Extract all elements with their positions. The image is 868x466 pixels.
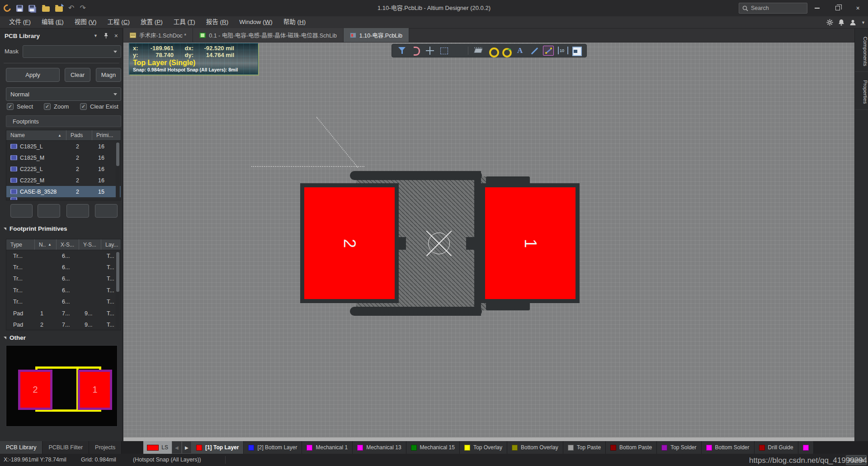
footprint-preview[interactable]: 2 1	[6, 345, 118, 427]
document-tab[interactable]: 1.10-电容.PcbLib	[344, 28, 409, 42]
primitive-row[interactable]: Tr...6...T...	[6, 250, 121, 262]
footprint-row-partial[interactable]	[6, 197, 121, 200]
layer-tab-top-solder[interactable]: Top Solder	[657, 441, 701, 454]
checkbox-clear-exist[interactable]: ✓Clear Exist	[80, 103, 118, 110]
apply-button[interactable]: Apply	[6, 68, 60, 82]
layer-tab-bottom-paste[interactable]: Bottom Paste	[606, 441, 657, 454]
panel-tab-projects[interactable]: Projects	[89, 441, 122, 454]
layer-tab-top-overlay[interactable]: Top Overlay	[460, 441, 507, 454]
close-button[interactable]: ×	[848, 0, 868, 16]
layer-tab-mechanical-1[interactable]: Mechanical 1	[302, 441, 353, 454]
open-folder-icon[interactable]	[42, 6, 50, 12]
layer-tab--2-bottom-layer[interactable]: [2] Bottom Layer	[244, 441, 302, 454]
search-input[interactable]: Search	[739, 3, 807, 14]
footprint-row[interactable]: C2225_M216	[6, 175, 121, 186]
gear-icon[interactable]	[826, 19, 833, 26]
column-header-pads[interactable]: Pads	[66, 130, 92, 140]
crosshair-icon[interactable]	[425, 46, 435, 56]
menu-item-v[interactable]: 视图 (V)	[69, 16, 102, 29]
panel-tab-pcb-library[interactable]: PCB Library	[0, 441, 42, 454]
filter-icon[interactable]	[396, 46, 407, 56]
mode-combo[interactable]: Normal	[6, 87, 121, 101]
redo-icon[interactable]: ↷	[80, 5, 85, 12]
edit-button[interactable]	[95, 204, 118, 218]
layer-tab-swatch[interactable]	[798, 441, 814, 454]
menu-item-f[interactable]: 文件 (F)	[4, 16, 36, 29]
footprint-row[interactable]: C1825_L216	[6, 141, 121, 152]
menu-item-r[interactable]: 报告 (R)	[201, 16, 234, 29]
chip-icon[interactable]	[473, 46, 484, 56]
undo-icon[interactable]: ↶	[68, 5, 74, 12]
pad-2[interactable]: 2	[300, 183, 399, 303]
footprint-row[interactable]: C1825_M216	[6, 152, 121, 163]
mask-combo[interactable]	[23, 45, 121, 58]
minimize-button[interactable]	[807, 0, 827, 16]
pin-icon[interactable]	[104, 33, 108, 39]
panel-tab-components[interactable]: Components	[855, 31, 868, 72]
selection-icon[interactable]	[439, 46, 449, 56]
column-header-n[interactable]: N..▲	[34, 239, 56, 250]
clear-button[interactable]: Clear	[65, 68, 90, 82]
footprints-section-header[interactable]: Footprints	[6, 115, 121, 127]
pcb-editor-canvas[interactable]: 2 1 x:-189.961 dx:-92.520 mil y:78.740 d…	[123, 43, 854, 441]
footprints-scrollbar[interactable]	[116, 142, 120, 200]
bar-chart-icon[interactable]	[453, 46, 463, 56]
checkbox-box[interactable]: ✓	[44, 103, 51, 110]
other-section-header[interactable]: Other	[4, 334, 26, 341]
save-all-icon[interactable]	[28, 5, 35, 12]
checkbox-box[interactable]: ✓	[80, 103, 87, 110]
pad-1[interactable]: 1	[481, 183, 580, 303]
fill-region-icon[interactable]	[571, 46, 582, 56]
column-header-type[interactable]: Type	[6, 239, 34, 250]
menu-item-c[interactable]: 工程 (C)	[102, 16, 136, 29]
place-button[interactable]	[10, 204, 33, 218]
menu-item-p[interactable]: 放置 (P)	[135, 16, 168, 29]
layer-tab-mechanical-13[interactable]: Mechanical 13	[353, 441, 406, 454]
layer-tab-bottom-solder[interactable]: Bottom Solder	[702, 441, 755, 454]
scrollbar-thumb[interactable]	[116, 252, 119, 292]
panel-tab-properties[interactable]: Properties	[855, 75, 868, 109]
primitives-scrollbar[interactable]	[116, 251, 120, 329]
line-icon[interactable]	[529, 46, 540, 56]
column-header-primi[interactable]: Primi...	[92, 130, 121, 140]
add-button[interactable]	[38, 204, 60, 218]
scrollbar-thumb[interactable]	[116, 143, 119, 166]
delete-button[interactable]	[66, 204, 89, 218]
bell-icon[interactable]	[838, 19, 844, 26]
primitive-row[interactable]: Tr...6...T...	[6, 262, 121, 273]
scroll-layers-right-icon[interactable]: ▶	[182, 441, 192, 454]
via-icon[interactable]	[501, 46, 512, 56]
menu-item-e[interactable]: 编辑 (E)	[36, 16, 69, 29]
primitive-row[interactable]: Pad27...9...T...	[6, 319, 121, 330]
column-header-name[interactable]: Name▲	[6, 130, 66, 140]
primitive-row[interactable]: Tr...6...T...	[6, 285, 121, 296]
save-icon[interactable]	[16, 5, 23, 12]
footprint-row[interactable]: C2225_L216	[6, 163, 121, 175]
user-menu-caret-icon[interactable]: ▼	[861, 20, 865, 25]
primitive-row[interactable]: Tr...6...T...	[6, 296, 121, 308]
magnet-icon[interactable]	[410, 46, 421, 56]
checkbox-zoom[interactable]: ✓Zoom	[44, 103, 69, 110]
dimension-icon[interactable]	[557, 46, 568, 56]
footprint-row[interactable]: CASE-B_3528215	[6, 186, 121, 197]
open-document-icon[interactable]	[55, 6, 63, 12]
panel-close-icon[interactable]: ×	[114, 32, 118, 39]
layer-tab-drill-guide[interactable]: Drill Guide	[755, 441, 798, 454]
menu-item-t[interactable]: 工具 (T)	[168, 16, 201, 29]
scroll-layers-left-icon[interactable]: ◀	[172, 441, 182, 454]
menu-item-h[interactable]: 帮助 (H)	[278, 16, 311, 29]
primitive-row[interactable]: Pad17...9...T...	[6, 308, 121, 319]
checkbox-box[interactable]: ✓	[7, 103, 14, 110]
text-icon[interactable]	[515, 46, 526, 56]
checkbox-select[interactable]: ✓Select	[7, 103, 33, 110]
panel-tab-pcblib-filter[interactable]: PCBLIB Filter	[42, 441, 89, 454]
menu-item-w[interactable]: Window (W)	[234, 16, 278, 29]
column-header-lay[interactable]: Lay...	[101, 239, 121, 250]
canvas-horizontal-scrollbar[interactable]	[123, 437, 854, 441]
silkscreen-bottom-bar[interactable]	[350, 307, 482, 316]
layer-tab--1-top-layer[interactable]: [1] Top Layer	[192, 441, 244, 454]
primitive-row[interactable]: Tr...6...T...	[6, 273, 121, 285]
layer-tab-top-paste[interactable]: Top Paste	[563, 441, 606, 454]
user-icon[interactable]	[849, 19, 856, 26]
footprint-primitives-header[interactable]: Footprint Primitives	[4, 225, 67, 232]
